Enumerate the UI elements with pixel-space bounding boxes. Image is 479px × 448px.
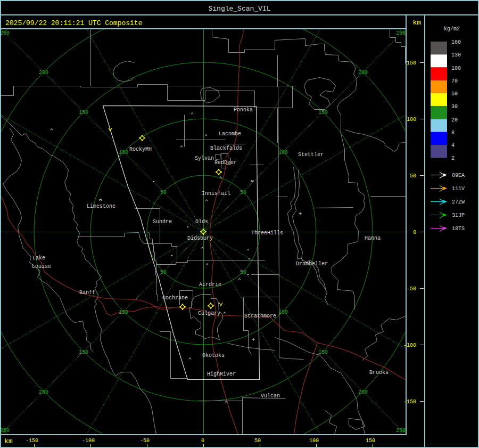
svg-text:100: 100 (407, 117, 416, 123)
svg-text:Okotoks: Okotoks (202, 353, 225, 359)
svg-text:100: 100 (119, 309, 128, 315)
svg-text:130: 130 (451, 52, 461, 58)
svg-text:18TS: 18TS (452, 226, 465, 232)
svg-text:50: 50 (240, 270, 246, 275)
svg-text:100: 100 (278, 309, 288, 315)
svg-text:ThreeHills: ThreeHills (251, 230, 283, 236)
svg-text:-50: -50 (407, 286, 416, 292)
svg-text:111V: 111V (452, 186, 465, 192)
svg-text:Drumheller: Drumheller (296, 261, 328, 267)
svg-text:-150: -150 (26, 438, 38, 444)
svg-text:100: 100 (278, 150, 288, 156)
svg-text:kg/m2: kg/m2 (444, 26, 460, 32)
svg-text:30: 30 (451, 104, 458, 110)
svg-text:Cochrane: Cochrane (162, 295, 188, 301)
svg-text:Lacombe: Lacombe (219, 131, 241, 137)
svg-text:0: 0 (201, 438, 204, 444)
svg-text:09EA: 09EA (452, 173, 465, 178)
svg-text:50: 50 (254, 438, 261, 444)
svg-text:50: 50 (160, 190, 167, 196)
svg-text:0: 0 (413, 230, 416, 235)
svg-text:200: 200 (39, 70, 48, 76)
svg-text:250: 250 (396, 30, 406, 36)
svg-text:100: 100 (451, 66, 461, 71)
svg-text:31JP: 31JP (452, 213, 465, 218)
svg-text:50: 50 (451, 91, 458, 97)
svg-text:50: 50 (240, 190, 246, 196)
svg-text:150: 150 (79, 110, 88, 116)
svg-text:Didsbury: Didsbury (187, 235, 213, 241)
svg-text:150: 150 (318, 110, 328, 116)
svg-text:km: km (4, 437, 13, 445)
svg-text:Ponoka: Ponoka (234, 107, 253, 113)
svg-text:Brooks: Brooks (369, 370, 389, 376)
svg-text:200: 200 (39, 389, 48, 395)
svg-text:Vulcan: Vulcan (261, 393, 280, 399)
svg-text:100: 100 (119, 150, 128, 156)
svg-text:250: 250 (0, 30, 10, 36)
svg-text:Lake: Lake (32, 255, 45, 261)
svg-text:km: km (412, 19, 421, 27)
svg-text:Hanna: Hanna (365, 235, 381, 241)
svg-text:2025/09/22 20:11:21 UTC Compos: 2025/09/22 20:11:21 UTC Composite (5, 19, 142, 27)
svg-text:2: 2 (451, 156, 455, 161)
svg-text:70: 70 (451, 78, 458, 84)
svg-text:Innisfail: Innisfail (202, 191, 230, 197)
svg-text:Blackfalds: Blackfalds (210, 145, 242, 151)
svg-text:8: 8 (451, 130, 455, 136)
svg-text:-150: -150 (403, 399, 416, 405)
svg-text:200: 200 (358, 70, 368, 76)
svg-text:Strathmore: Strathmore (244, 313, 276, 319)
svg-text:Sundre: Sundre (153, 219, 172, 225)
svg-text:150: 150 (366, 438, 375, 444)
svg-text:4: 4 (451, 143, 455, 149)
svg-text:160: 160 (451, 39, 461, 45)
svg-text:27ZW: 27ZW (452, 199, 465, 205)
svg-text:150: 150 (318, 349, 328, 355)
svg-text:Louise: Louise (32, 264, 51, 270)
svg-text:20: 20 (451, 117, 458, 123)
svg-text:250: 250 (0, 428, 10, 434)
svg-text:HighRiver: HighRiver (207, 371, 236, 377)
svg-text:-100: -100 (82, 438, 95, 444)
svg-text:Banff: Banff (79, 290, 95, 296)
svg-text:250: 250 (396, 428, 406, 434)
svg-text:Limestone: Limestone (87, 203, 115, 209)
svg-text:200: 200 (358, 389, 368, 395)
svg-text:Airdrie: Airdrie (199, 282, 221, 288)
svg-text:Sylvan: Sylvan (195, 156, 214, 161)
svg-text:50: 50 (410, 173, 416, 179)
svg-text:RockyMH: RockyMH (129, 146, 152, 152)
svg-text:-50: -50 (140, 438, 150, 444)
svg-text:100: 100 (309, 438, 319, 444)
svg-text:Olds: Olds (195, 219, 208, 225)
svg-text:Single_Scan_VIL: Single_Scan_VIL (208, 5, 270, 13)
svg-text:150: 150 (407, 60, 416, 66)
svg-text:Stettler: Stettler (298, 152, 324, 158)
svg-text:RedDeer: RedDeer (214, 160, 237, 166)
svg-text:50: 50 (160, 270, 167, 275)
svg-text:150: 150 (79, 349, 88, 355)
svg-text:-100: -100 (403, 343, 416, 348)
svg-text:Calgary: Calgary (198, 311, 220, 316)
